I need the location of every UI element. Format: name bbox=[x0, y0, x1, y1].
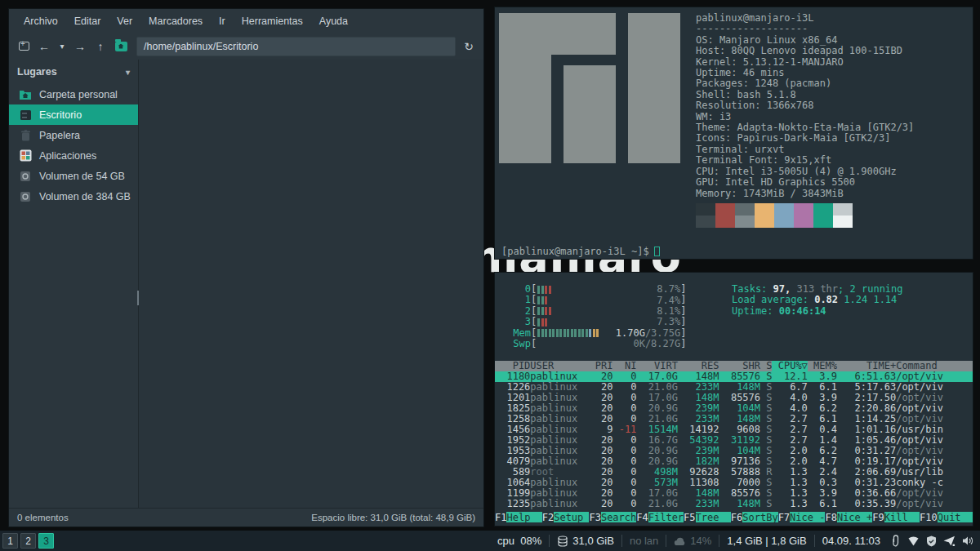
sidebar-item-escritorio[interactable]: Escritorio bbox=[9, 104, 138, 125]
wifi-icon[interactable] bbox=[907, 535, 920, 546]
sidebar-item-papelera[interactable]: Papelera bbox=[9, 125, 138, 145]
cell: 6.2 bbox=[808, 403, 837, 414]
cell: 2:20.86 bbox=[837, 403, 896, 414]
fkey-f9[interactable]: F9 bbox=[872, 512, 884, 522]
cell: 20 bbox=[590, 467, 613, 478]
fkey-label[interactable]: Filter bbox=[648, 512, 684, 522]
process-row[interactable]: 1201 pablinux20017.0G148M85576S4.03.92:1… bbox=[495, 393, 973, 403]
terminal-neofetch-window[interactable]: pablinux@manjaro-i3L-------------------O… bbox=[494, 7, 973, 260]
up-button[interactable]: ↑ bbox=[91, 37, 110, 56]
cell: 0:35.39 bbox=[837, 499, 896, 509]
fkey-label[interactable]: Nice - bbox=[790, 512, 825, 522]
sidebar-item-volumen-de-384-gb[interactable]: Volumen de 384 GB bbox=[9, 186, 138, 207]
cell: /opt/viv bbox=[896, 414, 967, 424]
fkey-f5[interactable]: F5 bbox=[684, 512, 695, 522]
menu-item-editar[interactable]: Editar bbox=[66, 12, 109, 30]
tick bbox=[545, 318, 547, 327]
places-sidebar: Lugares ▾ Carpeta personalEscritorioPape… bbox=[9, 60, 138, 508]
process-row[interactable]: 1952 pablinux20016.7G5439231192S2.71.41:… bbox=[495, 435, 973, 446]
file-list-area[interactable] bbox=[139, 60, 483, 508]
sidebar-splitter[interactable] bbox=[138, 60, 139, 508]
menu-item-marcadores[interactable]: Marcadores bbox=[140, 12, 211, 30]
cell: /opt/viv bbox=[896, 371, 967, 382]
workspace-button-2[interactable]: 2 bbox=[20, 533, 36, 549]
fkey-f10[interactable]: F10 bbox=[920, 512, 938, 522]
fkey-f1[interactable]: F1 bbox=[495, 512, 506, 522]
history-dropdown-button[interactable]: ▾ bbox=[55, 37, 69, 56]
splitter-handle[interactable] bbox=[137, 291, 139, 305]
fkey-label[interactable]: Kill bbox=[884, 512, 920, 522]
tick bbox=[596, 329, 599, 337]
back-button[interactable]: ← bbox=[34, 37, 54, 56]
process-row[interactable]: 1226 pablinux20021.0G233M148MS6.76.15:17… bbox=[495, 382, 973, 393]
cell: 21.0G bbox=[636, 414, 678, 424]
menu-item-archivo[interactable]: Archivo bbox=[16, 12, 66, 30]
new-tab-button[interactable] bbox=[14, 37, 33, 56]
process-row[interactable]: 1064 pablinux200573M113087000S1.30.30:31… bbox=[495, 478, 973, 488]
shield-icon[interactable] bbox=[926, 535, 937, 547]
sidebar-item-volumen-de-54-gb[interactable]: Volumen de 54 GB bbox=[9, 166, 138, 186]
places-header[interactable]: Lugares ▾ bbox=[9, 60, 138, 84]
fkey-f4[interactable]: F4 bbox=[636, 512, 648, 522]
process-row[interactable]: 1180 pablinux20017.0G148M85576S12.13.96:… bbox=[495, 371, 973, 382]
column-header-mem[interactable]: MEM% bbox=[808, 361, 837, 371]
terminal-htop-window[interactable]: 0[8.7%]1[7.4%]2[8.1%]3[7.3%]Mem[1.70G/3.… bbox=[494, 272, 973, 527]
tick bbox=[589, 329, 591, 337]
process-row[interactable]: 589 root200498M9262857888R1.32.42:06.69 … bbox=[495, 467, 973, 478]
column-header-user[interactable]: USER bbox=[530, 361, 589, 371]
fkey-f8[interactable]: F8 bbox=[825, 512, 836, 522]
process-row[interactable]: 1199 pablinux20017.0G148M85576S1.33.90:3… bbox=[495, 488, 973, 499]
workspace-button-3[interactable]: 3 bbox=[38, 533, 54, 549]
column-header-cpu[interactable]: CPU%▽ bbox=[772, 361, 807, 371]
menu-item-ayuda[interactable]: Ayuda bbox=[311, 12, 356, 30]
fkey-f3[interactable]: F3 bbox=[589, 512, 600, 522]
cell: 20 bbox=[590, 382, 613, 393]
text-span: 97, bbox=[773, 283, 797, 295]
path-input[interactable]: /home/pablinux/Escritorio bbox=[136, 37, 456, 56]
column-header-command[interactable]: Command bbox=[896, 361, 967, 371]
fkey-label[interactable]: Tree bbox=[696, 512, 731, 522]
speaker-icon[interactable] bbox=[962, 535, 973, 546]
column-header-pid[interactable]: PID bbox=[495, 361, 530, 371]
column-header-time[interactable]: TIME+ bbox=[837, 361, 896, 371]
sidebar-item-aplicaciones[interactable]: Aplicaciones bbox=[9, 145, 138, 166]
fkey-f7[interactable]: F7 bbox=[778, 512, 790, 522]
cell: /usr/bin bbox=[896, 424, 967, 435]
column-header-ni[interactable]: NI bbox=[612, 361, 636, 371]
column-header-shr[interactable]: SHR bbox=[719, 361, 760, 371]
column-header-pri[interactable]: PRI bbox=[590, 361, 613, 371]
process-row[interactable]: 1953 pablinux20020.9G239M104MS2.06.20:31… bbox=[495, 446, 973, 456]
paperclip-icon[interactable] bbox=[891, 535, 901, 547]
forward-button[interactable]: → bbox=[70, 37, 90, 56]
cell: 7000 bbox=[719, 478, 760, 488]
process-row[interactable]: 4079 pablinux20020.9G182M97136S2.04.70:1… bbox=[495, 456, 973, 467]
reload-button[interactable]: ↻ bbox=[459, 37, 479, 56]
cell: 1:01.16 bbox=[837, 424, 896, 435]
menu-item-ver[interactable]: Ver bbox=[109, 12, 140, 30]
bracket: ] bbox=[680, 339, 686, 349]
fkey-label[interactable]: SortBy bbox=[742, 512, 777, 522]
fkey-label[interactable]: Nice + bbox=[837, 512, 872, 522]
menu-item-ir[interactable]: Ir bbox=[211, 12, 234, 30]
cell: 0 bbox=[612, 467, 636, 478]
fkey-label[interactable]: Quit bbox=[938, 512, 973, 522]
home-folder-icon bbox=[115, 42, 127, 51]
process-row[interactable]: 1825 pablinux20020.9G239M104MS4.06.22:20… bbox=[495, 403, 973, 414]
column-header-res[interactable]: RES bbox=[678, 361, 719, 371]
fkey-f6[interactable]: F6 bbox=[731, 512, 742, 522]
workspace-button-1[interactable]: 1 bbox=[2, 533, 18, 549]
fkey-label[interactable]: Search bbox=[601, 512, 636, 522]
process-row[interactable]: 1235 pablinux20021.0G233M148MS1.36.10:35… bbox=[495, 499, 973, 509]
column-header-s[interactable]: S bbox=[760, 361, 772, 371]
menu-item-herramientas[interactable]: Herramientas bbox=[234, 12, 311, 30]
plane-icon[interactable] bbox=[943, 535, 956, 546]
sidebar-item-carpeta-personal[interactable]: Carpeta personal bbox=[9, 84, 138, 104]
table-header[interactable]: PID USERPRINIVIRTRESSHRSCPU%▽MEM%TIME+ C… bbox=[495, 361, 973, 371]
column-header-virt[interactable]: VIRT bbox=[636, 361, 678, 371]
fkey-f2[interactable]: F2 bbox=[542, 512, 554, 522]
fkey-label[interactable]: Help bbox=[506, 512, 541, 522]
process-row[interactable]: 1258 pablinux20021.0G233M148MS2.76.11:14… bbox=[495, 414, 973, 424]
fkey-label[interactable]: Setup bbox=[554, 512, 589, 522]
process-row[interactable]: 1456 pablinux9-111514M141929608S2.70.41:… bbox=[495, 424, 973, 435]
home-button[interactable] bbox=[111, 37, 131, 56]
